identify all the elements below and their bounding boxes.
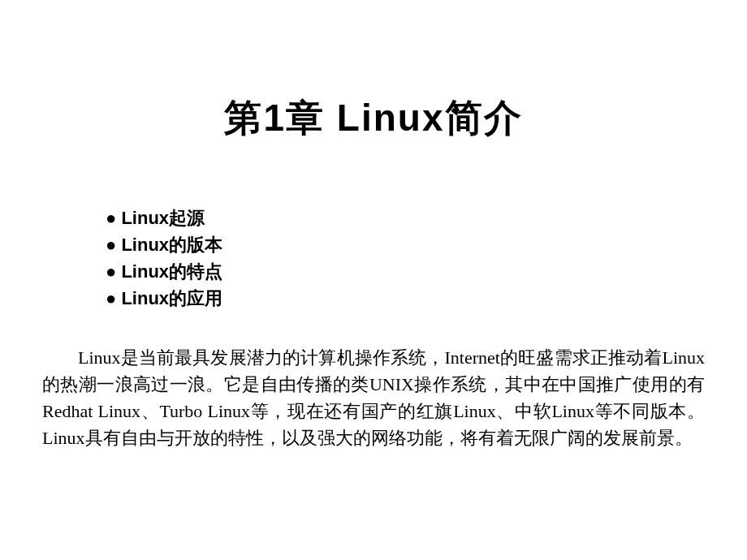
list-item: Linux的特点 [106,258,747,285]
body-paragraph: Linux是当前最具发展潜力的计算机操作系统，Internet的旺盛需求正推动着… [42,344,705,451]
list-item: Linux的应用 [106,285,747,312]
list-item: Linux的版本 [106,231,747,258]
list-item: Linux起源 [106,205,747,231]
paragraph-text: Linux是当前最具发展潜力的计算机操作系统，Internet的旺盛需求正推动着… [42,347,705,448]
slide-container: 第1章 Linux简介 Linux起源 Linux的版本 Linux的特点 Li… [0,93,747,560]
topic-list: Linux起源 Linux的版本 Linux的特点 Linux的应用 [106,205,747,312]
slide-title: 第1章 Linux简介 [0,93,747,144]
